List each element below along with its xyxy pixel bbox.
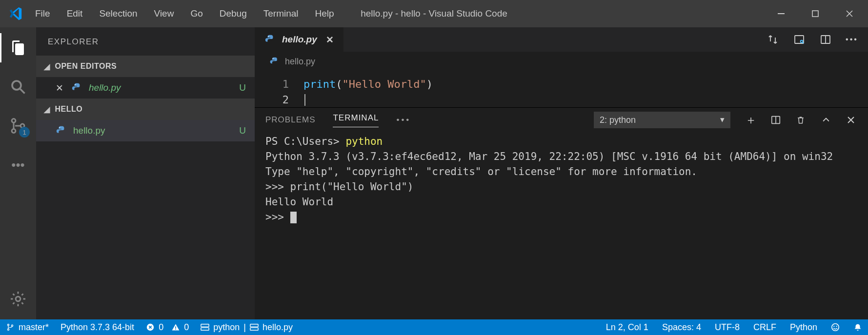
split-editor-icon[interactable] <box>819 33 832 46</box>
open-editors-section[interactable]: ◢ OPEN EDITORS <box>36 56 255 77</box>
kill-terminal-icon[interactable] <box>796 115 807 125</box>
menu-selection[interactable]: Selection <box>99 8 137 19</box>
scm-badge: 1 <box>19 127 30 138</box>
svg-rect-0 <box>778 13 785 14</box>
svg-rect-23 <box>250 324 258 327</box>
activity-search[interactable] <box>7 76 29 98</box>
server-icon <box>250 323 259 332</box>
smiley-icon <box>831 323 840 332</box>
status-language-server[interactable]: python | hello.py <box>201 322 293 333</box>
svg-point-25 <box>832 324 839 331</box>
breadcrumb-text: hello.py <box>285 57 315 67</box>
panel-tab-problems[interactable]: PROBLEMS <box>265 115 315 125</box>
minimize-button[interactable] <box>775 8 787 20</box>
menu-bar: File Edit Selection View Go Debug Termin… <box>32 8 334 19</box>
title-bar: File Edit Selection View Go Debug Termin… <box>0 0 868 27</box>
open-preview-icon[interactable] <box>793 33 806 46</box>
more-actions-icon[interactable]: ••• <box>846 33 858 46</box>
terminal-selector-input[interactable] <box>594 112 730 128</box>
git-status-u: U <box>239 125 246 136</box>
panel-tab-terminal[interactable]: TERMINAL <box>333 113 379 127</box>
new-terminal-icon[interactable]: ＋ <box>745 112 756 128</box>
open-editor-item[interactable]: ✕ hello.py U <box>36 77 255 99</box>
svg-point-9 <box>268 36 269 37</box>
code-editor[interactable]: 1 print("Hello World") 2 <box>255 71 868 107</box>
svg-point-7 <box>75 84 76 85</box>
activity-more[interactable]: ••• <box>7 154 29 176</box>
app-logo <box>6 4 25 23</box>
sidebar-explorer: EXPLORER ◢ OPEN EDITORS ✕ hello.py U ◢ H… <box>36 27 255 319</box>
svg-rect-21 <box>201 324 209 327</box>
svg-point-13 <box>273 58 274 59</box>
bell-icon <box>853 323 862 332</box>
editor-actions: ••• <box>767 27 868 52</box>
sidebar-title: EXPLORER <box>36 27 255 56</box>
line-number: 1 <box>255 78 303 90</box>
status-language[interactable]: Python <box>790 322 817 333</box>
status-bar: master* Python 3.7.3 64-bit 0 0 python |… <box>0 319 868 335</box>
activity-settings[interactable] <box>7 288 29 310</box>
terminal-cursor <box>290 212 297 223</box>
python-file-icon <box>71 82 82 93</box>
menu-terminal[interactable]: Terminal <box>263 8 299 19</box>
menu-go[interactable]: Go <box>190 8 202 19</box>
python-file-icon <box>56 125 66 136</box>
svg-point-2 <box>12 81 21 90</box>
svg-rect-19 <box>175 326 176 328</box>
svg-point-27 <box>836 326 837 327</box>
status-eol[interactable]: CRLF <box>753 322 776 333</box>
status-ln-col[interactable]: Ln 2, Col 1 <box>606 322 648 333</box>
close-button[interactable] <box>844 8 855 20</box>
open-editor-name: hello.py <box>89 82 121 93</box>
status-spaces[interactable]: Spaces: 4 <box>662 322 701 333</box>
menu-view[interactable]: View <box>154 8 174 19</box>
menu-file[interactable]: File <box>35 8 50 19</box>
status-python-env[interactable]: Python 3.7.3 64-bit <box>61 322 134 333</box>
chevron-down-icon: ◢ <box>44 62 50 71</box>
close-panel-icon[interactable] <box>847 116 857 124</box>
status-encoding[interactable]: UTF-8 <box>715 322 740 333</box>
activity-explorer[interactable] <box>7 37 29 59</box>
svg-point-16 <box>7 329 9 330</box>
window-controls <box>775 8 862 20</box>
status-branch[interactable]: master* <box>6 322 49 333</box>
breadcrumb[interactable]: hello.py <box>255 52 868 71</box>
svg-rect-1 <box>812 11 818 17</box>
activity-source-control[interactable]: 1 <box>7 115 29 137</box>
maximize-panel-icon[interactable] <box>821 115 832 125</box>
editor-group: hello.py ✕ ••• hello.py 1 print("Hello W… <box>255 27 868 319</box>
compare-changes-icon[interactable] <box>767 33 779 46</box>
warning-icon <box>171 323 180 332</box>
menu-edit[interactable]: Edit <box>67 8 83 19</box>
python-file-icon <box>269 57 279 66</box>
maximize-button[interactable] <box>809 8 821 20</box>
close-tab-icon[interactable]: ✕ <box>326 34 334 45</box>
terminal-body[interactable]: PS C:\Users> python Python 3.7.3 (v3.7.3… <box>255 132 868 230</box>
menu-help[interactable]: Help <box>315 8 334 19</box>
branch-icon <box>6 323 15 332</box>
svg-rect-20 <box>175 329 176 330</box>
svg-point-11 <box>801 40 803 43</box>
folder-section[interactable]: ◢ HELLO <box>36 99 255 120</box>
split-terminal-icon[interactable] <box>770 115 781 125</box>
svg-rect-22 <box>201 328 209 330</box>
line-number: 2 <box>255 94 303 106</box>
terminal-selector[interactable] <box>594 112 730 128</box>
panel-tabs: PROBLEMS TERMINAL ••• ＋ <box>255 108 868 132</box>
status-feedback[interactable] <box>831 323 840 332</box>
editor-tab[interactable]: hello.py ✕ <box>255 27 343 52</box>
status-notifications[interactable] <box>853 323 862 332</box>
close-editor-icon[interactable]: ✕ <box>56 82 64 94</box>
server-icon <box>201 323 209 332</box>
panel: PROBLEMS TERMINAL ••• ＋ PS C:\Users> pyt… <box>255 107 868 254</box>
status-problems[interactable]: 0 0 <box>146 322 189 333</box>
svg-point-15 <box>7 324 9 326</box>
window-title: hello.py - hello - Visual Studio Code <box>361 8 507 19</box>
panel-tab-overflow[interactable]: ••• <box>396 115 411 125</box>
code-line-2 <box>303 93 305 106</box>
svg-point-6 <box>16 296 20 301</box>
file-item[interactable]: hello.py U <box>36 120 255 141</box>
menu-debug[interactable]: Debug <box>220 8 247 19</box>
chevron-down-icon: ◢ <box>44 105 50 114</box>
svg-rect-24 <box>250 328 258 330</box>
